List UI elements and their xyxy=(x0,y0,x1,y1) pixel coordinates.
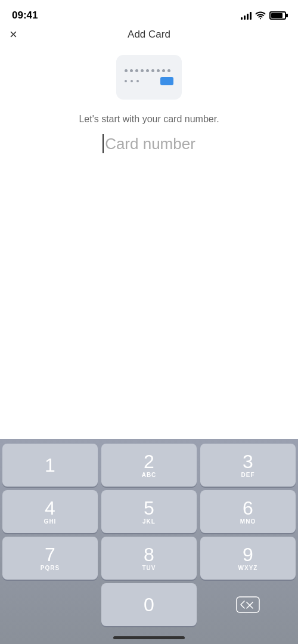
card-illustration xyxy=(116,55,182,100)
card-dot xyxy=(146,69,149,72)
card-dots-top xyxy=(125,69,173,72)
nav-bar: × Add Card xyxy=(0,26,298,45)
card-dot-sm xyxy=(125,80,127,82)
card-dot xyxy=(167,69,170,72)
status-time: 09:41 xyxy=(12,10,38,21)
card-dot xyxy=(151,69,154,72)
status-bar: 09:41 xyxy=(0,0,298,26)
card-dot xyxy=(135,69,138,72)
card-bottom-row xyxy=(125,77,173,85)
signal-bars-icon xyxy=(241,11,252,20)
text-cursor xyxy=(103,134,104,153)
backspace-icon xyxy=(236,596,260,613)
card-number-placeholder: Card number xyxy=(105,135,195,153)
card-dot-sm xyxy=(131,80,133,82)
card-dot xyxy=(157,69,160,72)
back-button[interactable] xyxy=(0,26,19,31)
page-title: Add Card xyxy=(10,29,288,41)
svg-rect-0 xyxy=(237,597,259,612)
key-empty-left xyxy=(2,583,98,626)
card-illustration-wrapper xyxy=(0,55,298,100)
key-1[interactable]: 1 xyxy=(2,444,98,487)
card-dot xyxy=(130,69,133,72)
subtitle-text: Let's start with your card number. xyxy=(12,114,286,125)
key-8[interactable]: 8 TUV xyxy=(101,537,197,580)
key-2[interactable]: 2 ABC xyxy=(101,444,197,487)
backspace-key[interactable] xyxy=(200,583,296,626)
keyboard-grid: 1 2 ABC 3 DEF 4 GHI 5 JKL 6 MNO 7 PQRS 8 xyxy=(2,444,296,626)
card-dot-sm xyxy=(136,80,139,82)
wifi-icon xyxy=(255,11,266,20)
key-3[interactable]: 3 DEF xyxy=(200,444,296,487)
key-0[interactable]: 0 xyxy=(101,583,197,626)
key-7[interactable]: 7 PQRS xyxy=(2,537,98,580)
card-chip xyxy=(160,77,173,85)
key-6[interactable]: 6 MNO xyxy=(200,490,296,533)
content-area: Let's start with your card number. Card … xyxy=(0,114,298,153)
home-indicator xyxy=(113,636,185,639)
key-4[interactable]: 4 GHI xyxy=(2,490,98,533)
card-dot xyxy=(162,69,165,72)
card-dot xyxy=(141,69,144,72)
numeric-keyboard: 1 2 ABC 3 DEF 4 GHI 5 JKL 6 MNO 7 PQRS 8 xyxy=(0,439,298,644)
status-icons xyxy=(241,11,286,20)
card-number-input-field[interactable]: Card number xyxy=(12,134,286,153)
key-5[interactable]: 5 JKL xyxy=(101,490,197,533)
battery-icon xyxy=(269,11,286,20)
key-9[interactable]: 9 WXYZ xyxy=(200,537,296,580)
card-dot xyxy=(125,69,128,72)
